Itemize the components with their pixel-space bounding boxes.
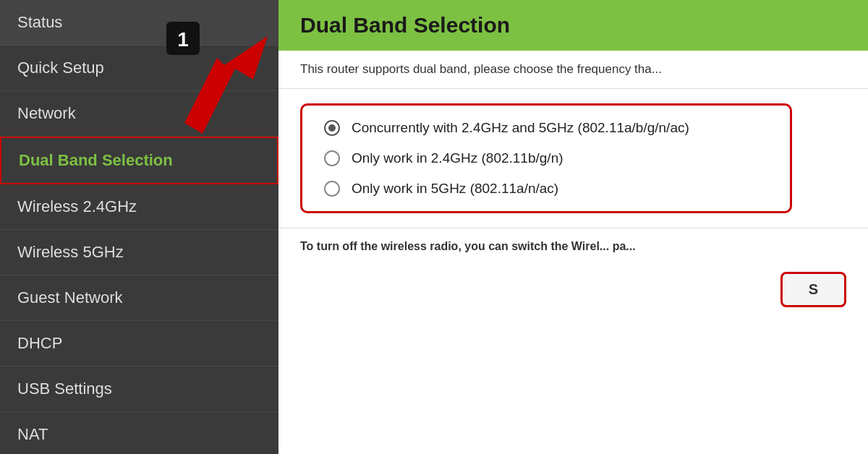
sidebar-item-quick-setup[interactable]: Quick Setup xyxy=(0,46,278,91)
sidebar-item-usb-settings[interactable]: USB Settings xyxy=(0,367,278,412)
radio-circle-only-5ghz xyxy=(324,181,340,197)
sidebar-item-dhcp[interactable]: DHCP xyxy=(0,321,278,367)
radio-label-only-24ghz: Only work in 2.4GHz (802.11b/g/n) xyxy=(352,150,563,166)
main-content: Dual Band Selection This router supports… xyxy=(278,0,868,454)
options-section: Concurrently with 2.4GHz and 5GHz (802.1… xyxy=(278,89,868,228)
sidebar-item-wireless-24ghz[interactable]: Wireless 2.4GHz xyxy=(0,184,278,230)
radio-option-concurrent[interactable]: Concurrently with 2.4GHz and 5GHz (802.1… xyxy=(324,120,768,136)
radio-circle-only-24ghz xyxy=(324,150,340,166)
page-description: This router supports dual band, please c… xyxy=(278,51,868,89)
radio-option-only-24ghz[interactable]: Only work in 2.4GHz (802.11b/g/n) xyxy=(324,150,768,166)
note-text: To turn off the wireless radio, you can … xyxy=(278,228,868,265)
sidebar-item-network[interactable]: Network xyxy=(0,91,278,137)
sidebar-item-guest-network[interactable]: Guest Network xyxy=(0,275,278,321)
radio-circle-concurrent xyxy=(324,120,340,136)
save-btn-row: S xyxy=(278,265,868,314)
sidebar-item-nat[interactable]: NAT xyxy=(0,412,278,454)
save-button[interactable]: S xyxy=(780,272,846,307)
options-box: Concurrently with 2.4GHz and 5GHz (802.1… xyxy=(300,103,792,213)
radio-label-concurrent: Concurrently with 2.4GHz and 5GHz (802.1… xyxy=(352,120,689,136)
sidebar: StatusQuick SetupNetworkDual Band Select… xyxy=(0,0,278,454)
sidebar-item-dual-band-selection[interactable]: Dual Band Selection xyxy=(0,137,278,184)
sidebar-item-wireless-5ghz[interactable]: Wireless 5GHz xyxy=(0,230,278,275)
sidebar-item-status[interactable]: Status xyxy=(0,0,278,46)
page-header: Dual Band Selection xyxy=(278,0,868,51)
radio-option-only-5ghz[interactable]: Only work in 5GHz (802.11a/n/ac) xyxy=(324,181,768,197)
radio-label-only-5ghz: Only work in 5GHz (802.11a/n/ac) xyxy=(352,181,558,197)
